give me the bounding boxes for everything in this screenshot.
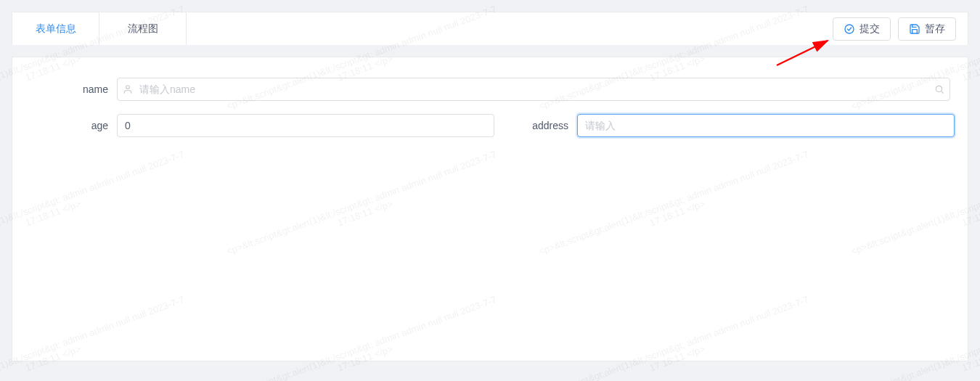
field-name: name [30, 78, 950, 101]
name-input[interactable] [117, 78, 950, 101]
top-bar: 表单信息 流程图 提交 暂存 [12, 12, 968, 45]
form-row-name: name [30, 78, 950, 101]
form-row-age-address: age address [30, 114, 950, 137]
form-panel: name age add [12, 57, 968, 361]
submit-button[interactable]: 提交 [833, 17, 891, 41]
name-control [117, 78, 950, 101]
save-draft-button[interactable]: 暂存 [898, 17, 956, 41]
age-control [117, 114, 494, 137]
age-label: age [30, 120, 117, 131]
tab-label: 流程图 [128, 22, 158, 36]
tabs: 表单信息 流程图 [12, 12, 187, 45]
save-icon [909, 23, 920, 35]
tab-flowchart[interactable]: 流程图 [99, 12, 187, 45]
field-address: address [512, 114, 955, 137]
field-age: age [30, 114, 494, 137]
age-input[interactable] [117, 114, 494, 137]
actions: 提交 暂存 [833, 12, 968, 45]
save-draft-label: 暂存 [925, 22, 945, 36]
address-input[interactable] [577, 114, 955, 137]
svg-point-1 [845, 25, 854, 33]
address-label: address [512, 120, 577, 131]
tab-label: 表单信息 [36, 22, 76, 36]
page-root: <p>&lt;script&gt;alert(1)&lt;/script&gt;… [0, 0, 980, 381]
name-label: name [30, 83, 117, 95]
checkmark-circle-icon [844, 23, 855, 35]
submit-label: 提交 [859, 22, 880, 36]
address-control [577, 114, 955, 137]
tab-form-info[interactable]: 表单信息 [12, 12, 99, 45]
